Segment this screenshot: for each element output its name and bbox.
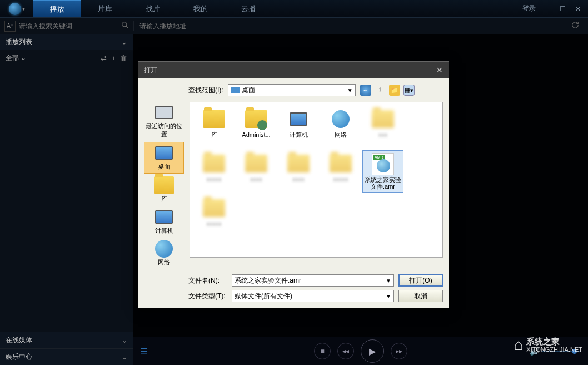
file-item-blurred[interactable]: xxx [362, 106, 403, 148]
place-recent[interactable]: 最近访问的位置 [144, 102, 184, 141]
chevron-down-icon: ▼ [386, 293, 391, 299]
chevron-down-icon: ⌄ [122, 353, 127, 361]
place-label: 桌面 [158, 162, 170, 171]
cancel-button[interactable]: 取消 [398, 290, 443, 302]
toolbar: A⁺ [0, 18, 588, 34]
minimize-button[interactable]: — [542, 4, 551, 13]
dialog-titlebar: 打开 ✕ [138, 62, 449, 78]
file-label: 网络 [335, 131, 347, 138]
open-file-dialog: 打开 ✕ 查找范围(I): 桌面 ▼ ← ⤴ 📁 ▦▾ 最近访问的位置 [138, 61, 449, 308]
view-menu-button[interactable]: ▦▾ [403, 85, 415, 96]
prev-button[interactable]: ◂◂ [337, 343, 354, 359]
logo-icon [9, 3, 21, 15]
next-button[interactable]: ▸▸ [391, 343, 407, 359]
file-item-admin[interactable]: Administ... [236, 106, 277, 148]
lookin-value: 桌面 [242, 86, 255, 95]
svg-line-1 [126, 26, 128, 28]
filename-label: 文件名(N): [188, 276, 227, 285]
watermark-url: XITONGZHIJIA.NET [526, 346, 582, 353]
address-input[interactable] [139, 22, 571, 30]
file-item-library[interactable]: 库 [193, 106, 235, 148]
add-icon[interactable]: + [111, 54, 116, 62]
desktop-icon [231, 87, 240, 93]
chevron-down-icon[interactable]: ⌄ [121, 38, 127, 46]
places-bar: 最近访问的位置 桌面 库 计算机 网络 [144, 102, 184, 269]
file-label: 库 [211, 131, 217, 138]
file-item-blurred[interactable]: xxxxx [193, 150, 235, 193]
filetype-label: 文件类型(T): [188, 292, 227, 301]
maximize-button[interactable]: ☐ [558, 4, 567, 13]
file-item-network[interactable]: 网络 [320, 106, 361, 148]
watermark-title: 系统之家 [526, 337, 582, 347]
nav-tabs: 播放 片库 找片 我的 云播 [33, 0, 272, 17]
tab-cloud[interactable]: 云播 [225, 0, 272, 17]
place-label: 网络 [158, 258, 170, 267]
playlist-header: 播放列表 ⌄ [0, 34, 133, 50]
play-button[interactable]: ▶ [361, 339, 384, 363]
place-computer[interactable]: 计算机 [144, 206, 184, 237]
filename-value: 系统之家实验文件.amr [235, 276, 301, 285]
open-button[interactable]: 打开(O) [398, 274, 443, 287]
filter-all[interactable]: 全部 ⌄ [6, 53, 26, 63]
place-network[interactable]: 网络 [144, 238, 184, 269]
sidebar: 播放列表 ⌄ 全部 ⌄ ⇄ + 🗑 在线媒体 ⌄ 娱乐中心 ⌄ [0, 34, 133, 365]
place-label: 库 [161, 195, 167, 203]
playlist-title: 播放列表 [6, 37, 32, 47]
house-icon: ⌂ [514, 336, 523, 354]
new-folder-button[interactable]: 📁 [389, 85, 400, 96]
place-label: 最近访问的位置 [145, 122, 183, 139]
section-entertainment[interactable]: 娱乐中心 ⌄ [0, 348, 133, 365]
shuffle-icon[interactable]: ⇄ [101, 54, 107, 62]
file-label: 系统之家实验文件.amr [364, 176, 402, 190]
chevron-down-icon: ⌄ [122, 337, 127, 344]
file-item-blurred[interactable]: xxxx [278, 150, 319, 193]
app-logo[interactable]: ▾ [0, 3, 33, 15]
playlist-filter: 全部 ⌄ ⇄ + 🗑 [0, 50, 133, 66]
file-label: Administ... [242, 131, 270, 138]
tab-play[interactable]: 播放 [33, 0, 81, 17]
section-online-media[interactable]: 在线媒体 ⌄ [0, 332, 133, 348]
filename-input[interactable]: 系统之家实验文件.amr ▼ [232, 274, 394, 287]
tab-find[interactable]: 找片 [129, 0, 177, 17]
playlist-body [0, 66, 133, 332]
file-item-amr-selected[interactable]: 系统之家实验文件.amr [362, 150, 403, 193]
lookin-label: 查找范围(I): [188, 86, 223, 95]
dialog-close-button[interactable]: ✕ [436, 66, 443, 75]
place-label: 计算机 [155, 226, 173, 235]
file-label: 计算机 [290, 131, 308, 138]
file-item-computer[interactable]: 计算机 [278, 106, 319, 148]
chevron-down-icon: ▼ [347, 87, 353, 93]
nav-up-button[interactable]: ⤴ [375, 85, 386, 96]
font-size-button[interactable]: A⁺ [4, 21, 16, 32]
close-button[interactable]: ✕ [574, 4, 582, 13]
login-link[interactable]: 登录 [522, 4, 536, 13]
chevron-down-icon: ▼ [386, 278, 391, 284]
tab-library[interactable]: 片库 [81, 0, 129, 17]
playlist-toggle-icon[interactable]: ☰ [140, 346, 148, 357]
tab-mine[interactable]: 我的 [177, 0, 225, 17]
delete-icon[interactable]: 🗑 [120, 54, 127, 62]
file-item-blurred[interactable]: xxxxx [193, 195, 235, 237]
filetype-value: 媒体文件(所有文件) [235, 292, 292, 301]
svg-point-0 [122, 22, 127, 26]
place-library[interactable]: 库 [144, 175, 184, 205]
section-label: 在线媒体 [6, 336, 32, 345]
file-item-blurred[interactable]: xxxxx [320, 150, 361, 193]
place-desktop[interactable]: 桌面 [144, 142, 184, 174]
search-icon[interactable] [121, 21, 129, 31]
filetype-dropdown[interactable]: 媒体文件(所有文件) ▼ [232, 290, 394, 302]
topbar: ▾ 播放 片库 找片 我的 云播 登录 — ☐ ✕ [0, 0, 588, 18]
file-list[interactable]: 库 Administ... 计算机 网络 xxx [190, 102, 443, 258]
section-label: 娱乐中心 [6, 352, 32, 362]
watermark: ⌂ 系统之家 XITONGZHIJIA.NET [514, 336, 582, 354]
stop-button[interactable]: ■ [314, 343, 331, 359]
refresh-icon[interactable] [571, 21, 579, 31]
file-item-blurred[interactable]: xxxx [236, 150, 277, 193]
dialog-title-text: 打开 [144, 66, 157, 75]
search-input[interactable] [19, 22, 118, 30]
nav-back-button[interactable]: ← [360, 85, 371, 96]
lookin-dropdown[interactable]: 桌面 ▼ [228, 84, 356, 96]
